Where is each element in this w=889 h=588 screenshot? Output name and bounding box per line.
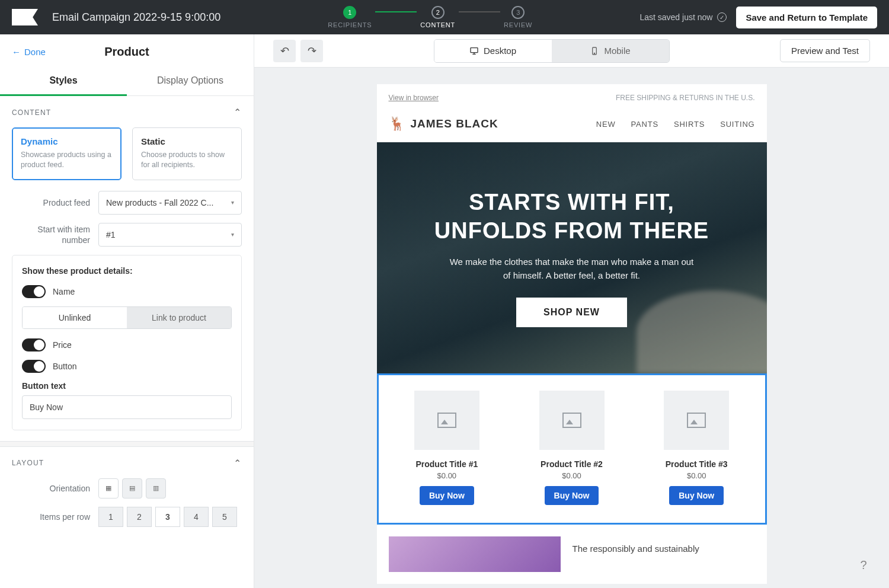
product-buy-button[interactable]: Buy Now xyxy=(420,486,474,505)
section-layout-label: LAYOUT xyxy=(12,459,44,467)
section-content-header[interactable]: CONTENT ⌃ xyxy=(12,107,242,118)
product-image-placeholder xyxy=(539,391,605,450)
product-feed-value: New products - Fall 2022 C... xyxy=(106,198,213,207)
product-card[interactable]: Product Title #3 $0.00 Buy Now xyxy=(640,391,753,505)
segment-link-to-product[interactable]: Link to product xyxy=(127,307,231,328)
product-price: $0.00 xyxy=(687,471,706,480)
email-preview[interactable]: View in browser FREE SHIPPING & RETURNS … xyxy=(377,84,767,584)
image-icon xyxy=(437,413,456,428)
image-icon xyxy=(562,413,581,428)
step-line xyxy=(375,11,417,12)
nav-suiting[interactable]: SUITING xyxy=(720,120,754,129)
save-return-button[interactable]: Save and Return to Template xyxy=(736,7,877,28)
card-desc: Showcase products using a product feed. xyxy=(21,150,113,170)
items-per-row-2[interactable]: 2 xyxy=(127,507,152,527)
content-card-static[interactable]: Static Choose products to show for all r… xyxy=(132,127,242,180)
brand[interactable]: 🦌 JAMES BLACK xyxy=(389,116,498,132)
product-image-placeholder xyxy=(664,391,729,450)
step-label: RECIPIENTS xyxy=(328,21,372,28)
step-circle: 3 xyxy=(511,6,525,19)
items-per-row-5[interactable]: 5 xyxy=(212,507,237,527)
nav-shirts[interactable]: SHIRTS xyxy=(674,120,705,129)
footer-image xyxy=(389,536,561,572)
step-recipients[interactable]: 1 RECIPIENTS xyxy=(328,6,372,28)
email-preheader: View in browser FREE SHIPPING & RETURNS … xyxy=(377,84,767,111)
product-feed-select[interactable]: New products - Fall 2022 C... ▾ xyxy=(98,191,242,215)
section-content-label: CONTENT xyxy=(12,108,51,117)
view-in-browser-link[interactable]: View in browser xyxy=(389,94,439,102)
brand-name: JAMES BLACK xyxy=(411,117,498,130)
redo-button[interactable]: ↷ xyxy=(300,40,323,62)
image-icon xyxy=(687,413,706,428)
hero-block[interactable]: STARTS WITH FIT, UNFOLDS FROM THERE We m… xyxy=(377,142,767,373)
tab-styles[interactable]: Styles xyxy=(0,67,127,95)
product-buy-button[interactable]: Buy Now xyxy=(545,486,599,505)
items-per-row-group: 1 2 3 4 5 xyxy=(98,507,237,527)
items-per-row-3[interactable]: 3 xyxy=(155,507,180,527)
preview-test-button[interactable]: Preview and Test xyxy=(780,39,870,62)
undo-button[interactable]: ↶ xyxy=(273,40,296,62)
orientation-left[interactable]: ▤ xyxy=(122,478,142,498)
tab-display-options[interactable]: Display Options xyxy=(127,67,254,95)
deer-icon: 🦌 xyxy=(389,116,405,132)
nav-new[interactable]: NEW xyxy=(596,120,616,129)
product-image-placeholder xyxy=(414,391,479,450)
name-link-segment: Unlinked Link to product xyxy=(22,306,232,329)
content-card-dynamic[interactable]: Dynamic Showcase products using a produc… xyxy=(12,127,121,180)
product-details-box: Show these product details: Name Unlinke… xyxy=(12,255,242,430)
chevron-up-icon: ⌃ xyxy=(234,458,242,469)
redo-icon: ↷ xyxy=(308,44,316,57)
items-per-row-1[interactable]: 1 xyxy=(98,507,123,527)
section-layout-header[interactable]: LAYOUT ⌃ xyxy=(12,458,242,469)
orientation-right[interactable]: ▥ xyxy=(146,478,166,498)
desktop-icon xyxy=(469,46,479,56)
toggle-price[interactable] xyxy=(22,338,46,351)
toggle-button-label: Button xyxy=(53,362,76,371)
orientation-label: Orientation xyxy=(12,483,90,494)
canvas-toolbar: ↶ ↷ Desktop Mobile Preview and Test xyxy=(254,34,889,68)
step-circle: 2 xyxy=(431,6,444,19)
nav-pants[interactable]: PANTS xyxy=(631,120,658,129)
step-line xyxy=(459,11,500,12)
panel-title: Product xyxy=(104,45,149,59)
footer-text: The responsibly and sustainably xyxy=(573,536,699,572)
email-footer-row[interactable]: The responsibly and sustainably xyxy=(377,525,767,584)
card-desc: Choose products to show for all recipien… xyxy=(141,150,233,170)
mobile-icon xyxy=(590,46,599,56)
hero-cta-button[interactable]: SHOP NEW xyxy=(516,298,627,327)
items-per-row-label: Items per row xyxy=(12,512,90,522)
segment-unlinked[interactable]: Unlinked xyxy=(23,307,127,328)
device-desktop[interactable]: Desktop xyxy=(434,40,552,62)
done-label: Done xyxy=(24,47,46,57)
panel-tabs: Styles Display Options xyxy=(0,67,254,96)
button-text-input[interactable] xyxy=(22,395,232,419)
toggle-name[interactable] xyxy=(22,285,46,298)
device-desktop-label: Desktop xyxy=(484,46,516,56)
toggle-button[interactable] xyxy=(22,360,46,373)
product-card[interactable]: Product Title #2 $0.00 Buy Now xyxy=(515,391,628,505)
brand-logo[interactable] xyxy=(12,9,38,25)
product-buy-button[interactable]: Buy Now xyxy=(669,486,724,505)
orientation-grid[interactable]: ▦ xyxy=(98,478,119,498)
product-price: $0.00 xyxy=(437,471,457,480)
device-mobile[interactable]: Mobile xyxy=(552,40,669,62)
start-item-select[interactable]: #1 ▾ xyxy=(98,223,242,247)
help-button[interactable]: ? xyxy=(855,556,872,574)
section-divider xyxy=(0,441,254,447)
items-per-row-4[interactable]: 4 xyxy=(184,507,209,527)
hero-subtext: We make the clothes that make the man wh… xyxy=(447,255,696,282)
step-label: CONTENT xyxy=(420,21,455,28)
step-content[interactable]: 2 CONTENT xyxy=(420,6,455,28)
svg-rect-0 xyxy=(471,47,478,52)
step-review[interactable]: 3 REVIEW xyxy=(504,6,532,28)
check-circle-icon: ✓ xyxy=(717,12,727,22)
campaign-title: Email Campaign 2022-9-15 9:00:00 xyxy=(52,11,220,24)
product-title: Product Title #2 xyxy=(541,459,603,469)
product-block-selected[interactable]: Product Title #1 $0.00 Buy Now Product T… xyxy=(377,373,767,525)
product-title: Product Title #1 xyxy=(415,459,478,469)
done-button[interactable]: ← Done xyxy=(12,47,46,57)
shipping-text: FREE SHIPPING & RETURNS IN THE U.S. xyxy=(616,94,754,102)
product-card[interactable]: Product Title #1 $0.00 Buy Now xyxy=(391,391,504,505)
svg-point-2 xyxy=(594,53,595,53)
canvas-scroll[interactable]: View in browser FREE SHIPPING & RETURNS … xyxy=(254,68,889,588)
